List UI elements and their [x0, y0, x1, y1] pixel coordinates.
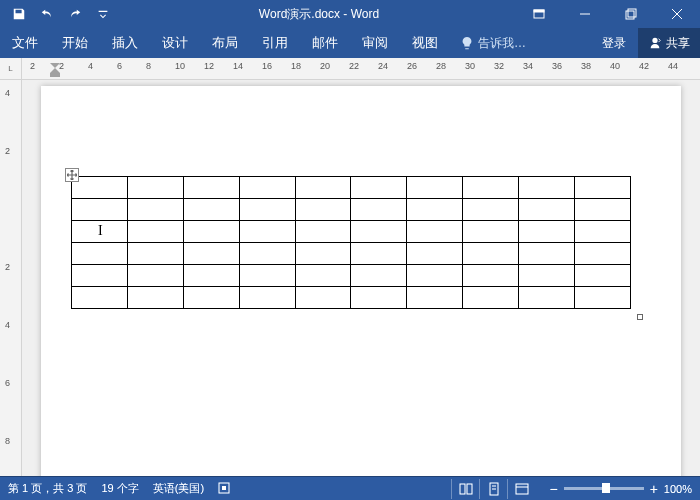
ruler-corner[interactable]: L: [0, 58, 22, 79]
close-button[interactable]: [654, 0, 700, 28]
table-cell[interactable]: [239, 221, 295, 243]
table-cell[interactable]: [295, 243, 351, 265]
table-row[interactable]: I: [72, 221, 631, 243]
table-cell[interactable]: [127, 265, 183, 287]
table-cell[interactable]: [519, 177, 575, 199]
qat-customize[interactable]: [90, 2, 116, 26]
table-row[interactable]: [72, 243, 631, 265]
print-layout-button[interactable]: [479, 479, 507, 499]
ribbon-display-options[interactable]: [516, 0, 562, 28]
status-macro[interactable]: [218, 482, 230, 496]
table-cell[interactable]: [72, 199, 128, 221]
tab-insert[interactable]: 插入: [100, 28, 150, 58]
status-language[interactable]: 英语(美国): [153, 481, 204, 496]
table-cell[interactable]: [72, 265, 128, 287]
table-row[interactable]: [72, 177, 631, 199]
table-cell[interactable]: [463, 199, 519, 221]
table-row[interactable]: [72, 265, 631, 287]
table-cell[interactable]: [575, 287, 631, 309]
table-resize-handle[interactable]: [637, 314, 643, 320]
table-cell[interactable]: [463, 287, 519, 309]
tab-home[interactable]: 开始: [50, 28, 100, 58]
table-cell[interactable]: [519, 265, 575, 287]
tab-file[interactable]: 文件: [0, 28, 50, 58]
table-cell[interactable]: [239, 177, 295, 199]
table-cell[interactable]: [407, 221, 463, 243]
document-scroll-area[interactable]: I: [22, 80, 700, 476]
table-cell[interactable]: [407, 287, 463, 309]
table-cell[interactable]: I: [72, 221, 128, 243]
table-cell[interactable]: [463, 265, 519, 287]
status-page[interactable]: 第 1 页，共 3 页: [8, 481, 87, 496]
table-cell[interactable]: [351, 177, 407, 199]
table-cell[interactable]: [519, 221, 575, 243]
table-cell[interactable]: [295, 287, 351, 309]
undo-button[interactable]: [34, 2, 60, 26]
save-button[interactable]: [6, 2, 32, 26]
table-move-handle[interactable]: [65, 168, 79, 182]
table-cell[interactable]: [183, 199, 239, 221]
table-cell[interactable]: [295, 199, 351, 221]
tab-mailings[interactable]: 邮件: [300, 28, 350, 58]
table-cell[interactable]: [239, 287, 295, 309]
table-cell[interactable]: [127, 199, 183, 221]
table-cell[interactable]: [407, 243, 463, 265]
share-button[interactable]: 共享: [638, 28, 700, 58]
tab-review[interactable]: 审阅: [350, 28, 400, 58]
tab-layout[interactable]: 布局: [200, 28, 250, 58]
table-cell[interactable]: [519, 199, 575, 221]
table-cell[interactable]: [351, 243, 407, 265]
table-cell[interactable]: [407, 265, 463, 287]
table-cell[interactable]: [463, 177, 519, 199]
table-cell[interactable]: [463, 221, 519, 243]
tab-references[interactable]: 引用: [250, 28, 300, 58]
table-cell[interactable]: [351, 221, 407, 243]
tell-me-search[interactable]: 告诉我…: [450, 28, 536, 58]
table-cell[interactable]: [127, 221, 183, 243]
table-cell[interactable]: [72, 243, 128, 265]
zoom-out-button[interactable]: −: [549, 481, 557, 497]
table-cell[interactable]: [72, 177, 128, 199]
zoom-level[interactable]: 100%: [664, 483, 692, 495]
minimize-button[interactable]: [562, 0, 608, 28]
table-cell[interactable]: [127, 243, 183, 265]
zoom-slider[interactable]: [564, 487, 644, 490]
table-cell[interactable]: [295, 221, 351, 243]
redo-button[interactable]: [62, 2, 88, 26]
document-table[interactable]: I: [71, 176, 631, 309]
table-cell[interactable]: [295, 265, 351, 287]
table-cell[interactable]: [351, 287, 407, 309]
table-cell[interactable]: [72, 287, 128, 309]
zoom-in-button[interactable]: +: [650, 481, 658, 497]
table-cell[interactable]: [463, 243, 519, 265]
status-word-count[interactable]: 19 个字: [101, 481, 138, 496]
zoom-slider-thumb[interactable]: [602, 483, 610, 493]
signin-link[interactable]: 登录: [590, 28, 638, 58]
table-cell[interactable]: [183, 177, 239, 199]
table-cell[interactable]: [519, 243, 575, 265]
table-cell[interactable]: [295, 177, 351, 199]
table-cell[interactable]: [407, 177, 463, 199]
table-cell[interactable]: [575, 265, 631, 287]
table-cell[interactable]: [127, 287, 183, 309]
tab-view[interactable]: 视图: [400, 28, 450, 58]
table-cell[interactable]: [183, 265, 239, 287]
table-cell[interactable]: [183, 287, 239, 309]
table-cell[interactable]: [575, 177, 631, 199]
table-cell[interactable]: [575, 199, 631, 221]
table-cell[interactable]: [575, 243, 631, 265]
table-cell[interactable]: [407, 199, 463, 221]
table-cell[interactable]: [183, 221, 239, 243]
horizontal-ruler[interactable]: L 22468101214161820222426283032343638404…: [0, 58, 700, 80]
web-layout-button[interactable]: [507, 479, 535, 499]
table-row[interactable]: [72, 199, 631, 221]
table-cell[interactable]: [239, 243, 295, 265]
table-cell[interactable]: [239, 265, 295, 287]
table-row[interactable]: [72, 287, 631, 309]
table-cell[interactable]: [239, 199, 295, 221]
document-page[interactable]: I: [41, 86, 681, 476]
table-cell[interactable]: [519, 287, 575, 309]
table-cell[interactable]: [127, 177, 183, 199]
table-cell[interactable]: [575, 221, 631, 243]
restore-button[interactable]: [608, 0, 654, 28]
